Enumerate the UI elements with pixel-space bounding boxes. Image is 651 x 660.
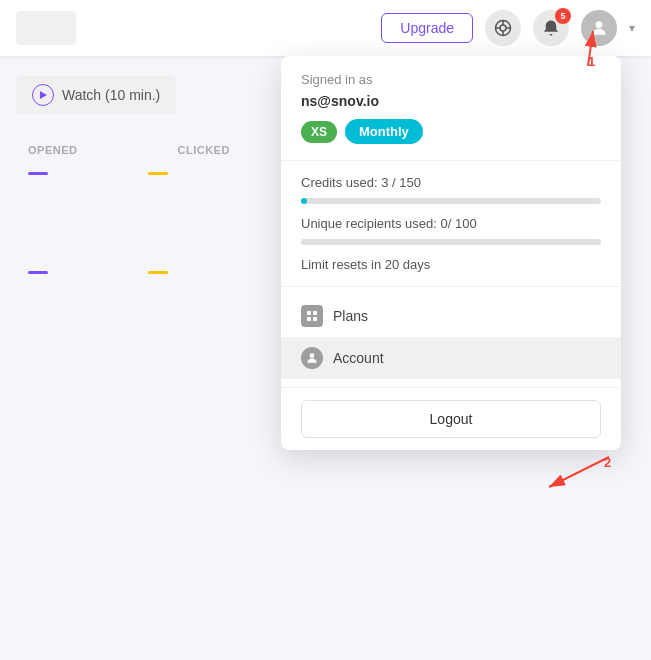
- play-icon: [32, 84, 54, 106]
- svg-rect-11: [313, 317, 317, 321]
- svg-point-12: [310, 353, 315, 358]
- credits-progress-bar: [301, 198, 601, 204]
- upgrade-button[interactable]: Upgrade: [381, 13, 473, 43]
- watch-button[interactable]: Watch (10 min.): [16, 76, 176, 114]
- usage-section: Credits used: 3 / 150 Unique recipients …: [281, 161, 621, 287]
- opened-dash-2: [28, 271, 48, 274]
- nav-logo-placeholder: [16, 11, 76, 45]
- plans-label: Plans: [333, 308, 368, 324]
- logout-section: Logout: [281, 388, 621, 450]
- signed-in-label: Signed in as: [301, 72, 601, 87]
- recipients-progress-bar: [301, 239, 601, 245]
- account-person-icon: [305, 351, 319, 365]
- svg-rect-10: [307, 317, 311, 321]
- col-opened-header: OPENED: [28, 144, 77, 156]
- avatar-icon: [589, 18, 609, 38]
- limit-reset-label: Limit resets in 20 days: [301, 257, 601, 272]
- account-label: Account: [333, 350, 384, 366]
- user-email: ns@snov.io: [301, 93, 601, 109]
- svg-rect-9: [313, 311, 317, 315]
- svg-marker-7: [40, 91, 47, 99]
- play-triangle-icon: [38, 90, 48, 100]
- clicked-dash-1: [148, 172, 168, 175]
- svg-point-1: [500, 25, 506, 31]
- badges-container: XS Monthly: [301, 119, 601, 144]
- plan-period-badge: Monthly: [345, 119, 423, 144]
- credits-progress-fill: [301, 198, 307, 204]
- notification-badge: 5: [555, 8, 571, 24]
- film-icon-button[interactable]: [485, 10, 521, 46]
- user-dropdown-panel: Signed in as ns@snov.io XS Monthly Credi…: [281, 56, 621, 450]
- account-icon: [301, 347, 323, 369]
- navbar-right: Upgrade 5 ▾: [381, 10, 635, 46]
- plans-menu-item[interactable]: Plans: [281, 295, 621, 337]
- col-clicked-header: CLICKED: [177, 144, 229, 156]
- user-avatar[interactable]: [581, 10, 617, 46]
- svg-rect-8: [307, 311, 311, 315]
- account-menu-item[interactable]: Account: [281, 337, 621, 379]
- user-info-section: Signed in as ns@snov.io XS Monthly: [281, 56, 621, 161]
- plans-grid-icon: [306, 310, 318, 322]
- opened-dash-1: [28, 172, 48, 175]
- plans-icon: [301, 305, 323, 327]
- nav-menu-section: Plans Account: [281, 287, 621, 388]
- annotation-arrow-2: 2: [529, 452, 629, 512]
- watch-button-label: Watch (10 min.): [62, 87, 160, 103]
- clicked-dash-2: [148, 271, 168, 274]
- logout-button[interactable]: Logout: [301, 400, 601, 438]
- svg-line-17: [549, 457, 609, 487]
- film-icon: [494, 19, 512, 37]
- notification-bell-button[interactable]: 5: [533, 10, 569, 46]
- avatar-chevron-icon[interactable]: ▾: [629, 21, 635, 35]
- recipients-used-label: Unique recipients used: 0/ 100: [301, 216, 601, 231]
- svg-text:2: 2: [604, 455, 611, 470]
- credits-used-label: Credits used: 3 / 150: [301, 175, 601, 190]
- plan-tier-badge: XS: [301, 121, 337, 143]
- svg-point-6: [596, 21, 603, 28]
- navbar: Upgrade 5 ▾: [0, 0, 651, 56]
